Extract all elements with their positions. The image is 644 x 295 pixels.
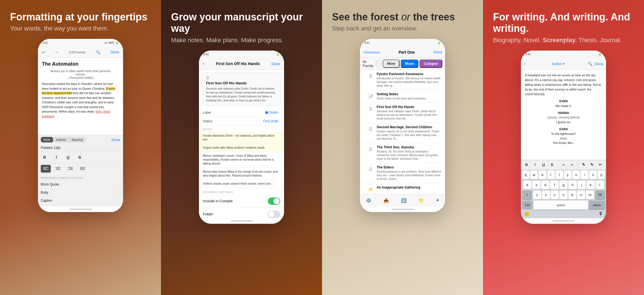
item-body-4: Second Marriage, Second Children Fyodor … xyxy=(377,125,442,141)
fmt-italic[interactable]: I xyxy=(532,161,538,168)
kb-e[interactable]: e xyxy=(539,170,546,179)
mic-icon[interactable]: 🎙 xyxy=(596,211,605,216)
compile-toggle[interactable] xyxy=(268,198,280,205)
list-item[interactable]: ☰ Fyodor Pavlovich Karamazov Introductio… xyxy=(360,70,445,90)
list-item[interactable]: 📝 Setting Notes Some notes on the town a… xyxy=(360,90,445,103)
battery-icon: 🔋 xyxy=(115,41,119,44)
bold-btn[interactable]: B xyxy=(41,153,49,161)
kb-space[interactable]: space xyxy=(534,201,588,210)
redo-icon[interactable]: ↪ xyxy=(55,50,59,54)
forward-icon-4[interactable]: › xyxy=(527,61,529,66)
tab-indents[interactable]: Indents xyxy=(53,137,69,142)
add-folder-icon[interactable]: 📁 xyxy=(419,198,424,203)
kb-c[interactable]: c xyxy=(551,191,559,199)
panel3-phone: 9:41 🔋 ‹ Karamazov Part One Done tle Fam… xyxy=(360,39,445,212)
fmt-strike[interactable]: S xyxy=(549,161,555,168)
collapse-btn[interactable]: Collapse xyxy=(419,60,442,68)
fmt-underline[interactable]: U xyxy=(541,161,546,168)
fmt-align[interactable]: ≡ xyxy=(569,161,575,168)
kb-row-space: 123 space return xyxy=(521,200,606,211)
panel1-subtitle: Your words, the way you want them. xyxy=(10,25,151,32)
back-icon-4[interactable]: ‹ xyxy=(524,61,525,66)
tab-style[interactable]: Style xyxy=(41,137,53,142)
kb-l[interactable]: l xyxy=(596,180,604,189)
share-icon[interactable]: 📤 xyxy=(383,198,389,203)
fmt-bold[interactable]: B xyxy=(524,161,529,168)
kb-t[interactable]: t xyxy=(556,170,563,179)
list-item[interactable]: ☰ The Third Son, Alyosha Alyosha, 20, ha… xyxy=(360,143,445,163)
add-icon[interactable]: + xyxy=(436,198,439,203)
kb-a[interactable]: a xyxy=(523,180,531,189)
kb-h[interactable]: h xyxy=(568,180,576,189)
kb-y[interactable]: y xyxy=(564,170,571,179)
italic-btn[interactable]: I xyxy=(52,153,60,161)
strikethrough-btn[interactable]: S xyxy=(76,153,84,161)
kb-s[interactable]: s xyxy=(532,180,540,189)
fmt-edit-2[interactable]: ✎ xyxy=(589,161,595,168)
fmt-list[interactable]: ≡ xyxy=(561,161,566,168)
folder-label: Folder xyxy=(203,212,213,216)
kb-q[interactable]: q xyxy=(522,170,529,179)
undo-icon[interactable]: ↩ xyxy=(42,50,45,54)
doc-card-2: ☰ First Son Off His Hands Servants and r… xyxy=(202,72,281,106)
preset-body[interactable]: Body › xyxy=(41,189,120,197)
done-btn-3[interactable]: Done xyxy=(434,50,442,54)
panel1-phone-inner: 9:41 ▪▪▪ WiFi 🔋 ↩ ↪ 2,973 words 🔍 Done T… xyxy=(38,39,123,212)
align-row xyxy=(41,163,120,174)
align-right-btn[interactable] xyxy=(65,165,75,173)
more-btn[interactable]: More xyxy=(383,60,400,68)
tab-spacing[interactable]: Spacing xyxy=(69,137,86,142)
kb-z[interactable]: z xyxy=(533,191,541,199)
keyboard-4: q w e r t y u i o p a s d f g xyxy=(521,170,606,218)
list-item[interactable]: ☰ First Son Off His Hands Servants and r… xyxy=(360,103,445,123)
done-btn-2[interactable]: Done xyxy=(271,62,280,66)
kb-backspace[interactable]: ⌫ xyxy=(595,191,605,199)
panel4-phone: 9:41 🔋 ‹ › Action ▾ 🔍 Done A headland ju… xyxy=(521,51,606,224)
panel-overview: See the forest or the trees Step back an… xyxy=(322,0,483,295)
kb-x[interactable]: x xyxy=(542,191,550,199)
underline-btn[interactable]: U xyxy=(64,153,72,161)
align-center-btn[interactable] xyxy=(53,165,63,173)
action-menu[interactable]: Action ▾ xyxy=(531,62,585,66)
search-icon-4[interactable]: 🔍 xyxy=(588,61,592,66)
kb-f[interactable]: f xyxy=(550,180,558,189)
kb-numbers[interactable]: 123 xyxy=(522,201,533,210)
back-btn-3[interactable]: ‹ Karamazov xyxy=(363,51,380,54)
kb-w[interactable]: w xyxy=(530,170,538,179)
kb-u[interactable]: u xyxy=(572,170,580,179)
kb-r[interactable]: r xyxy=(547,170,555,179)
kb-shift[interactable]: ⇧ xyxy=(522,191,532,199)
back-btn-2[interactable]: ‹ xyxy=(203,61,204,66)
done-btn-1[interactable]: Done xyxy=(110,50,119,54)
kb-m[interactable]: m xyxy=(586,191,594,199)
preset-blockquote[interactable]: Block Quote › xyxy=(41,180,120,189)
search-icon-1[interactable]: 🔍 xyxy=(96,50,100,54)
list-item[interactable]: ☰ Second Marriage, Second Children Fyodo… xyxy=(360,123,445,143)
kb-d[interactable]: d xyxy=(541,180,549,189)
list-item[interactable]: 📁 An Inappropriate Gathering › xyxy=(360,183,445,194)
align-left-btn[interactable] xyxy=(41,165,51,173)
kb-g[interactable]: g xyxy=(559,180,568,189)
kb-o[interactable]: o xyxy=(589,170,597,179)
kb-k[interactable]: k xyxy=(587,180,595,189)
emoji-icon[interactable]: 🙂 xyxy=(522,211,532,217)
done-format-btn[interactable]: Done xyxy=(112,138,120,142)
font-name: Palatino 13pt xyxy=(41,146,60,150)
preset-caption[interactable]: Caption › xyxy=(41,197,120,205)
fmt-scissors[interactable]: ✂ xyxy=(598,161,603,168)
folder-toggle[interactable] xyxy=(268,211,280,218)
kb-return[interactable]: return xyxy=(589,201,605,210)
kb-v[interactable]: v xyxy=(559,191,568,199)
fmt-edit-1[interactable]: ✎ xyxy=(581,161,586,168)
kb-j[interactable]: j xyxy=(578,180,586,189)
list-item[interactable]: ☰ The Elders Alyosha pleased to see brot… xyxy=(360,163,445,183)
align-justify-btn[interactable] xyxy=(78,165,88,173)
kb-i[interactable]: i xyxy=(581,170,588,179)
done-btn-4[interactable]: Done xyxy=(595,62,603,66)
settings-icon[interactable]: ⚙️ xyxy=(366,198,371,203)
kb-b[interactable]: b xyxy=(568,191,576,199)
move-btn[interactable]: Move xyxy=(401,60,418,68)
kb-n[interactable]: n xyxy=(577,191,585,199)
download-icon[interactable]: ⬇️ xyxy=(401,198,407,203)
kb-p[interactable]: p xyxy=(598,170,605,179)
